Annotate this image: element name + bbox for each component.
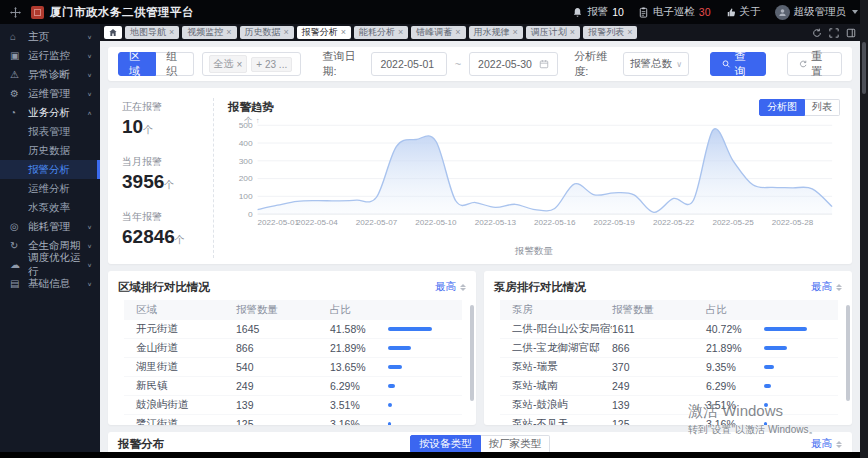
home-icon: ⌂ (10, 31, 23, 42)
reset-button[interactable]: 重置 (787, 52, 842, 76)
sidebar-item-label: 调度优化运行 (28, 251, 87, 279)
sidebar-item-主页[interactable]: ⌂主页∨ (0, 27, 100, 46)
alarm-count-badge: 10 (612, 6, 624, 18)
distribution-sort-link[interactable]: 最高 (811, 437, 832, 451)
sidebar-item-label: 基础信息 (28, 277, 70, 291)
tag-close-icon[interactable]: × (237, 59, 243, 70)
svg-text:2022-05-22: 2022-05-22 (653, 218, 694, 227)
col-header: 占比 (706, 303, 764, 317)
row-pct: 3.16% (706, 418, 764, 425)
tab-home[interactable] (104, 26, 122, 39)
table-scrollbar[interactable] (470, 305, 474, 401)
fullscreen-icon[interactable] (829, 28, 839, 38)
pct-bar (388, 422, 391, 425)
stat-unit: 个 (164, 179, 174, 190)
move-icon[interactable] (10, 7, 21, 18)
date-start-input[interactable]: 2022-05-01 (371, 52, 446, 76)
view-chart-button[interactable]: 分析图 (759, 99, 805, 116)
tab-错峰调蓄[interactable]: 错峰调蓄× (411, 26, 465, 39)
stat-label: 当年报警 (122, 210, 213, 224)
stat-unit: 个 (175, 234, 185, 245)
pump-table-title: 泵房排行对比情况 (494, 280, 586, 295)
alarm-menu-item[interactable]: 报警 10 (572, 5, 624, 19)
table-row: 泵站-瑞景3709.35% (500, 358, 838, 377)
by-device-button[interactable]: 按设备类型 (410, 435, 481, 452)
tab-close-icon[interactable]: × (513, 28, 518, 37)
chevron-down-icon: ∨ (87, 33, 92, 39)
tab-地图导航[interactable]: 地图导航× (125, 26, 179, 39)
row-name: 二供-宝龙御湖官邸 (500, 341, 612, 355)
table-row: 泵站-不见天1253.16% (500, 415, 838, 425)
tab-close-icon[interactable]: × (226, 28, 231, 37)
tab-历史数据[interactable]: 历史数据× (240, 26, 294, 39)
app-title: 厦门市政水务二供管理平台 (50, 5, 194, 20)
sort-arrows-icon[interactable] (460, 284, 466, 291)
row-pct: 40.72% (706, 323, 764, 335)
tab-调压计划[interactable]: 调压计划× (526, 26, 580, 39)
svg-text:2022-05-19: 2022-05-19 (594, 218, 635, 227)
tab-报警分析[interactable]: 报警分析× (297, 26, 351, 39)
dimension-select[interactable]: 报警总数 ∨ (623, 52, 689, 76)
table-row: 泵站-鼓浪屿1393.51% (500, 396, 838, 415)
svg-text:2022-05-13: 2022-05-13 (475, 218, 517, 227)
sidebar-item-label: 能耗管理 (28, 220, 70, 234)
region-sort-link[interactable]: 最高 (435, 280, 456, 294)
tab-close-icon[interactable]: × (284, 28, 289, 37)
about-menu-item[interactable]: 关于 (725, 5, 761, 19)
sidebar-item-业务分析[interactable]: ◔业务分析∧ (0, 103, 100, 122)
sidebar-subitem-报警分析[interactable]: 报警分析 (0, 160, 100, 179)
sort-arrows-icon[interactable] (836, 284, 842, 291)
scope-region-button[interactable]: 区域 (118, 52, 156, 76)
sidebar-item-调度优化运行[interactable]: ☁调度优化运行∨ (0, 255, 100, 274)
tab-close-icon[interactable]: × (455, 28, 460, 37)
tab-close-icon[interactable]: × (341, 28, 346, 37)
table-scrollbar[interactable] (846, 305, 850, 401)
sidebar-item-运行监控[interactable]: ▣运行监控∨ (0, 46, 100, 65)
row-count: 125 (612, 418, 706, 425)
tab-视频监控[interactable]: 视频监控× (182, 26, 236, 39)
tab-close-icon[interactable]: × (627, 28, 632, 37)
title-bar: 厦门市政水务二供管理平台 报警 10 电子巡检 30 关于 超级管理员 (0, 0, 868, 24)
query-button[interactable]: 查询 (710, 52, 765, 76)
sort-arrows-icon[interactable] (836, 441, 842, 448)
tab-报警列表[interactable]: 报警列表× (583, 26, 637, 39)
dimension-value: 报警总数 (630, 57, 672, 71)
pct-bar (388, 346, 411, 350)
view-list-button[interactable]: 列表 (805, 99, 840, 116)
tab-label: 用水规律 (474, 26, 510, 39)
refresh-icon[interactable] (812, 28, 822, 38)
tab-close-icon[interactable]: × (169, 28, 174, 37)
sidebar-item-异常诊断[interactable]: ⚠异常诊断∨ (0, 65, 100, 84)
window-scrollbar[interactable] (860, 0, 868, 458)
region-multiselect[interactable]: 全选 × + 23 ... (202, 52, 301, 76)
sidebar-subitem-报表管理[interactable]: 报表管理 (0, 122, 100, 141)
row-pct: 13.65% (330, 361, 388, 373)
tab-bar: 地图导航×视频监控×历史数据×报警分析×能耗分析×错峰调蓄×用水规律×调压计划×… (100, 24, 860, 41)
sidebar-item-运维管理[interactable]: ⚙运维管理∨ (0, 84, 100, 103)
row-count: 540 (236, 361, 330, 373)
search-icon (722, 59, 731, 69)
row-pct: 21.89% (330, 342, 388, 354)
sidebar-subitem-水泵效率[interactable]: 水泵效率 (0, 198, 100, 217)
by-vendor-button[interactable]: 按厂家类型 (481, 435, 551, 452)
trend-view-toggle: 分析图 列表 (759, 99, 840, 116)
chevron-up-icon: ∧ (87, 109, 92, 115)
pump-sort-link[interactable]: 最高 (811, 280, 832, 294)
user-menu[interactable]: 超级管理员 (775, 5, 859, 20)
trend-chart-svg: 0100200300400500个↑2022-05-012022-05-0420… (228, 116, 840, 240)
tab-用水规律[interactable]: 用水规律× (469, 26, 523, 39)
scope-org-button[interactable]: 组织 (156, 52, 193, 76)
tab-能耗分析[interactable]: 能耗分析× (354, 26, 408, 39)
inspection-menu-item[interactable]: 电子巡检 30 (638, 5, 711, 19)
tab-close-icon[interactable]: × (398, 28, 403, 37)
stat-unit: 个 (143, 124, 153, 135)
panel-icon[interactable] (846, 28, 856, 38)
table-row: 开元街道164541.58% (124, 320, 462, 339)
scrollbar-thumb[interactable] (862, 42, 866, 94)
sidebar-item-能耗管理[interactable]: ◎能耗管理∨ (0, 217, 100, 236)
date-end-input[interactable]: 2022-05-30 (469, 52, 558, 76)
sidebar-subitem-历史数据[interactable]: 历史数据 (0, 141, 100, 160)
date-range-label: 查询日期: (323, 49, 364, 79)
sidebar-subitem-运维分析[interactable]: 运维分析 (0, 179, 100, 198)
tab-close-icon[interactable]: × (570, 28, 575, 37)
